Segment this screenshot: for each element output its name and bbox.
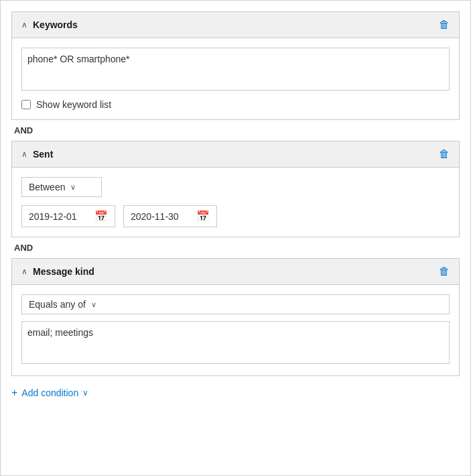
message-kind-delete-icon[interactable]: 🗑 bbox=[439, 265, 450, 278]
sent-section-header: ∧ Sent 🗑 bbox=[12, 141, 459, 168]
keywords-textarea[interactable] bbox=[21, 48, 450, 91]
and-label-1: AND bbox=[11, 120, 460, 141]
message-kind-dropdown-chevron: ∨ bbox=[91, 300, 96, 309]
keywords-collapse-icon[interactable]: ∧ bbox=[21, 20, 27, 29]
date-start-wrapper: 📅 bbox=[21, 205, 115, 227]
sent-dropdown[interactable]: Between ∨ bbox=[21, 177, 102, 197]
message-kind-section-header: ∧ Message kind 🗑 bbox=[12, 259, 459, 285]
message-kind-section: ∧ Message kind 🗑 Equals any of ∨ bbox=[11, 258, 460, 376]
show-keyword-label: Show keyword list bbox=[36, 99, 111, 110]
date-end-input[interactable] bbox=[131, 211, 191, 222]
sent-dropdown-row: Between ∨ bbox=[21, 177, 450, 197]
message-kind-dropdown[interactable]: Equals any of ∨ bbox=[21, 294, 450, 314]
date-end-wrapper: 📅 bbox=[123, 205, 217, 227]
sent-title: Sent bbox=[33, 149, 53, 160]
main-container: ∧ Keywords 🗑 Show keyword list AND ∧ Sen… bbox=[0, 0, 471, 476]
sent-dropdown-value: Between bbox=[29, 182, 65, 192]
message-kind-dropdown-value: Equals any of bbox=[29, 299, 86, 310]
show-keyword-row: Show keyword list bbox=[21, 99, 450, 110]
add-condition-plus-icon: + bbox=[11, 387, 17, 399]
sent-header-left: ∧ Sent bbox=[21, 149, 53, 160]
sent-dropdown-chevron: ∨ bbox=[70, 183, 76, 192]
add-condition-chevron-icon: ∨ bbox=[82, 388, 88, 398]
sent-collapse-icon[interactable]: ∧ bbox=[21, 150, 27, 159]
message-kind-textarea[interactable] bbox=[21, 321, 450, 364]
keywords-section-header: ∧ Keywords 🗑 bbox=[12, 12, 459, 38]
add-condition-row[interactable]: + Add condition ∨ bbox=[11, 387, 460, 399]
sent-section: ∧ Sent 🗑 Between ∨ 📅 📅 bbox=[11, 141, 460, 237]
keywords-header-left: ∧ Keywords bbox=[21, 19, 78, 30]
message-kind-title: Message kind bbox=[33, 266, 94, 277]
message-kind-section-body: Equals any of ∨ bbox=[12, 285, 459, 375]
keywords-title: Keywords bbox=[33, 19, 78, 30]
sent-section-body: Between ∨ 📅 📅 bbox=[12, 168, 459, 237]
date-start-input[interactable] bbox=[29, 211, 89, 222]
message-kind-header-left: ∧ Message kind bbox=[21, 266, 94, 277]
message-kind-collapse-icon[interactable]: ∧ bbox=[21, 267, 27, 276]
keywords-delete-icon[interactable]: 🗑 bbox=[439, 19, 450, 31]
date-inputs-row: 📅 📅 bbox=[21, 205, 450, 227]
add-condition-label: Add condition bbox=[21, 388, 78, 398]
show-keyword-checkbox[interactable] bbox=[21, 100, 31, 109]
sent-delete-icon[interactable]: 🗑 bbox=[439, 148, 450, 160]
and-label-2: AND bbox=[11, 237, 460, 258]
date-start-calendar-icon[interactable]: 📅 bbox=[94, 210, 108, 223]
keywords-section-body: Show keyword list bbox=[12, 38, 459, 119]
keywords-section: ∧ Keywords 🗑 Show keyword list bbox=[11, 11, 460, 120]
date-end-calendar-icon[interactable]: 📅 bbox=[196, 210, 210, 223]
